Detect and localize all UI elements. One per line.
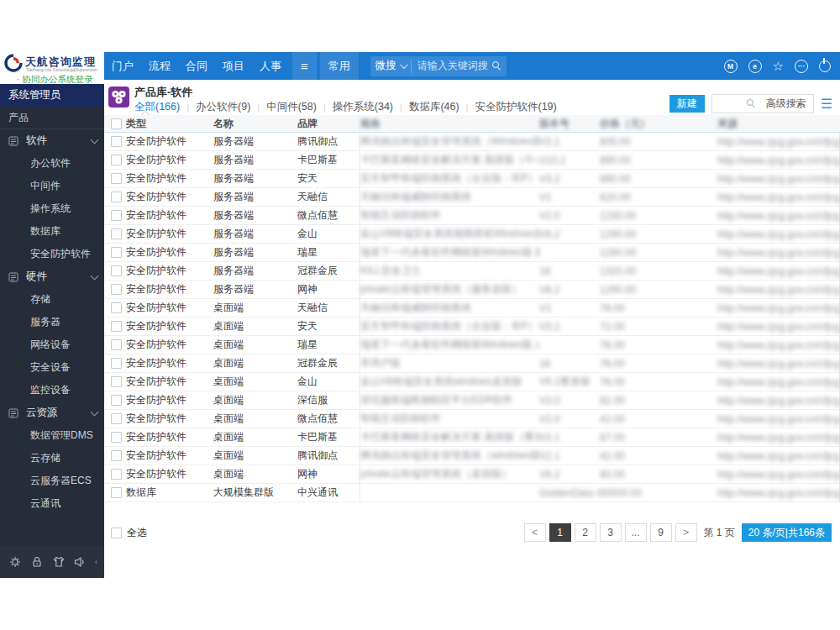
list-view-icon[interactable]: ☰: [821, 97, 832, 111]
table-row[interactable]: 安全防护软件桌面端安天安天智甲终端防御系统（企业版：IEP）- 终端授权模块V3…: [104, 318, 840, 336]
row-checkbox[interactable]: [111, 358, 122, 369]
favorites-tab[interactable]: 常用: [320, 52, 359, 80]
menu-item-云存储[interactable]: 云存储: [0, 447, 104, 470]
menu-item-云服务器ECS[interactable]: 云服务器ECS: [0, 470, 104, 492]
row-checkbox[interactable]: [111, 265, 122, 276]
table-row[interactable]: 安全防护软件服务器端瑞星瑞星下一代杀毒软件网络版Windows版 服务器端129…: [104, 244, 840, 262]
gear-icon[interactable]: [8, 555, 22, 569]
tab-全部(166)[interactable]: 全部(166): [134, 100, 180, 114]
row-checkbox[interactable]: [111, 487, 122, 498]
menu-toggle-button[interactable]: ≡: [292, 52, 317, 80]
search-icon[interactable]: [492, 61, 501, 71]
nav-item-门户[interactable]: 门户: [104, 52, 141, 80]
table-row[interactable]: 数据库大规模集群版中兴通讯GoldenData s...50000.00http…: [104, 484, 840, 502]
table-row[interactable]: 安全防护软件桌面端腾讯御点腾讯御点终端安全管理系统（windows版）V2.1V…: [104, 447, 840, 465]
row-checkbox[interactable]: [111, 376, 122, 387]
table-row[interactable]: 安全防护软件桌面端天融信天融信终端威胁防御系统V176.00http://www…: [104, 299, 840, 318]
menu-item-服务器[interactable]: 服务器: [0, 311, 104, 333]
table-row[interactable]: 安全防护软件服务器端微点佰慧智能主动防御软件V2.01230.00http://…: [104, 207, 840, 225]
table-row[interactable]: 安全防护软件桌面端瑞星瑞星下一代杀毒软件网络版Windows版 桌面端76.00…: [104, 336, 840, 354]
menu-item-安全设备[interactable]: 安全设备: [0, 356, 104, 379]
menu-item-数据管理DMS[interactable]: 数据管理DMS: [0, 424, 104, 447]
row-checkbox[interactable]: [111, 469, 122, 480]
row-checkbox[interactable]: [111, 450, 122, 461]
menu-item-云通讯[interactable]: 云通讯: [0, 492, 104, 515]
row-checkbox[interactable]: [111, 339, 122, 350]
table-row[interactable]: 安全防护软件桌面端深信服深信服终端检测响应平台EDR软件V3.082.00htt…: [104, 391, 840, 410]
menu-item-存储[interactable]: 存储: [0, 288, 104, 311]
tab-办公软件(9)[interactable]: 办公软件(9): [196, 100, 250, 114]
table-row[interactable]: 安全防护软件桌面端冠群金辰单用户版1676.00http://www.zjcg.…: [104, 354, 840, 373]
tab-操作系统(34)[interactable]: 操作系统(34): [333, 100, 393, 114]
table-row[interactable]: 安全防护软件桌面端微点佰慧智能主动防御软件V2.042.00http://www…: [104, 410, 840, 428]
menu-item-安全防护软件[interactable]: 安全防护软件: [0, 243, 104, 265]
header-checkbox[interactable]: [111, 118, 122, 129]
menu-group-云资源[interactable]: 云资源: [0, 402, 104, 424]
row-checkbox[interactable]: [111, 395, 122, 406]
menu-item-办公软件[interactable]: 办公软件: [0, 152, 104, 175]
advanced-search-input[interactable]: [712, 95, 759, 113]
row-checkbox[interactable]: [111, 136, 122, 147]
tab-安全防护软件(19)[interactable]: 安全防护软件(19): [475, 100, 556, 114]
more-icon[interactable]: ···: [795, 60, 808, 73]
row-checkbox[interactable]: [111, 173, 122, 184]
page-size-info[interactable]: 20 条/页|共166条: [742, 523, 832, 542]
dock-collapse-icon[interactable]: ‹: [95, 558, 97, 566]
menu-item-操作系统[interactable]: 操作系统: [0, 197, 104, 220]
next-page-button[interactable]: >: [675, 523, 697, 542]
theme-shirt-icon[interactable]: [52, 555, 66, 569]
search-input[interactable]: 请输入关键词搜: [417, 59, 488, 73]
row-checkbox[interactable]: [111, 413, 122, 424]
power-logout-icon[interactable]: [819, 60, 831, 72]
nav-item-合同[interactable]: 合同: [178, 52, 215, 80]
row-checkbox[interactable]: [111, 228, 122, 239]
select-all[interactable]: 全选: [104, 526, 147, 540]
row-checkbox[interactable]: [111, 192, 122, 202]
prev-page-button[interactable]: <: [524, 523, 546, 542]
table-row[interactable]: 安全防护软件服务器端腾讯御点腾讯御点终端安全管理系统（Windows版）V2.1…: [104, 133, 840, 151]
lock-icon[interactable]: [30, 555, 44, 569]
global-search[interactable]: 微搜 请输入关键词搜: [370, 56, 507, 76]
speaker-icon[interactable]: [73, 555, 87, 569]
table-row[interactable]: 安全防护软件服务器端金山金山V8终端安全系统期限授权Windows服务器版本V6…: [104, 225, 840, 244]
menu-item-监控设备[interactable]: 监控设备: [0, 379, 104, 402]
search-engine-label[interactable]: 微搜: [375, 59, 396, 73]
advanced-search-button[interactable]: 高级搜索: [759, 97, 813, 111]
table-row[interactable]: 安全防护软件桌面端金山金山V8终端安全系统windows桌面版V6.1重装版76…: [104, 373, 840, 391]
sidebar-section-product[interactable]: 产品: [0, 107, 104, 129]
favorite-star-icon[interactable]: ☆: [773, 60, 784, 72]
row-checkbox[interactable]: [111, 321, 122, 332]
nav-item-项目[interactable]: 项目: [215, 52, 252, 80]
row-checkbox[interactable]: [111, 432, 122, 443]
tab-数据库(46)[interactable]: 数据库(46): [409, 100, 459, 114]
row-checkbox[interactable]: [111, 284, 122, 295]
table-row[interactable]: 安全防护软件服务器端天融信天融信终端威胁防御系统V1620.00http://w…: [104, 188, 840, 207]
page-button-3[interactable]: 3: [600, 523, 622, 542]
table-row[interactable]: 安全防护软件服务器端网神private云终端管理系统（服务器版）V6.21290…: [104, 281, 840, 299]
menu-item-数据库[interactable]: 数据库: [0, 220, 104, 243]
table-row[interactable]: 安全防护软件桌面端网神private云终端管理系统（桌面版）V6.280.00h…: [104, 465, 840, 484]
e-service-icon[interactable]: e: [748, 60, 762, 73]
select-all-checkbox[interactable]: [111, 528, 122, 538]
row-checkbox[interactable]: [111, 210, 122, 221]
nav-item-流程[interactable]: 流程: [141, 52, 178, 80]
table-row[interactable]: 安全防护软件服务器端卡巴斯基卡巴斯基网络安全解决方案 高级版（中小企业定制版）K…: [104, 151, 840, 170]
table-row[interactable]: 安全防护软件桌面端卡巴斯基卡巴斯基网络安全解决方案 高级版（重装授权版）- KE…: [104, 428, 840, 447]
menu-item-中间件[interactable]: 中间件: [0, 175, 104, 197]
menu-group-软件[interactable]: 软件: [0, 129, 104, 152]
page-button-9[interactable]: 9: [650, 523, 672, 542]
row-checkbox[interactable]: [111, 302, 122, 313]
page-button-...[interactable]: ...: [625, 523, 647, 542]
menu-item-网络设备[interactable]: 网络设备: [0, 333, 104, 356]
table-row[interactable]: 安全防护软件服务器端安天安天智甲终端防御系统（企业版：IEP）- 终端授权模块V…: [104, 170, 840, 188]
page-button-1[interactable]: 1: [549, 523, 571, 542]
menu-group-硬件[interactable]: 硬件: [0, 265, 104, 288]
new-button[interactable]: 新建: [669, 95, 705, 113]
nav-item-人事[interactable]: 人事: [252, 52, 289, 80]
message-icon[interactable]: M: [724, 60, 738, 73]
row-checkbox[interactable]: [111, 247, 122, 258]
tab-中间件(58)[interactable]: 中间件(58): [266, 100, 317, 114]
page-button-2[interactable]: 2: [575, 523, 596, 542]
row-checkbox[interactable]: [111, 155, 122, 165]
table-row[interactable]: 安全防护软件服务器端冠群金辰KILL安全卫士161320.00http://ww…: [104, 262, 840, 281]
